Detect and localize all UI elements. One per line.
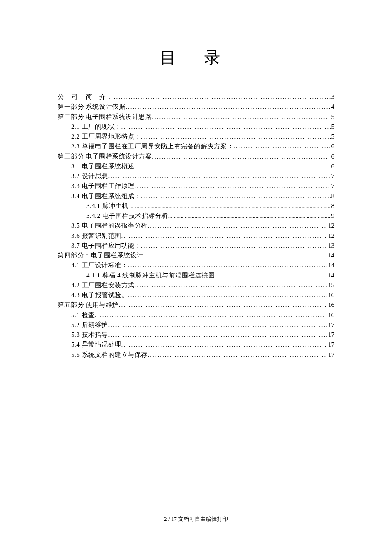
toc-entry: 3.6 报警识别范围12	[58, 231, 334, 241]
toc-leader-dots	[108, 330, 328, 340]
toc-entry-label: 3.4.2 电子围栏技术指标分析	[86, 211, 168, 221]
toc-entry-page: 15	[327, 280, 334, 290]
toc-entry-page: 14	[327, 271, 334, 280]
toc-entry: 第四部分：电子围栏系统设计14	[58, 251, 334, 260]
toc-leader-dots	[141, 191, 331, 201]
toc-leader-dots	[152, 112, 330, 122]
toc-entry-label: 5.4 异常情况处理	[71, 340, 121, 350]
toc-entry: 5.3 技术指导17	[58, 330, 334, 340]
toc-leader-dots	[109, 92, 330, 102]
toc-leader-dots	[135, 181, 331, 191]
toc-entry-page: 17	[327, 340, 334, 350]
toc-leader-dots	[148, 350, 328, 360]
toc-entry: 4.1.1 尊福 4 线制脉冲主机与前端围栏连接图14	[58, 271, 334, 280]
toc-entry-page: 4	[331, 102, 335, 112]
toc-leader-dots	[121, 122, 331, 132]
toc-entry-label: 公 司 简 介	[58, 92, 109, 102]
toc-leader-dots	[95, 310, 328, 320]
toc-entry-page: 14	[327, 260, 334, 270]
toc-entry-page: 13	[327, 241, 334, 251]
toc-leader-dots	[121, 340, 328, 350]
toc-leader-dots	[135, 201, 330, 211]
toc-leader-dots	[108, 320, 328, 330]
toc-entry: 3.5 电子围栏的误报率分析12	[58, 221, 334, 231]
toc-leader-dots	[141, 241, 327, 251]
toc-entry-page: 8	[331, 191, 335, 201]
toc-entry-label: 第四部分：电子围栏系统设计	[58, 251, 144, 260]
toc-entry-label: 4.1 工厂设计标准：	[71, 260, 128, 270]
toc-entry: 第三部分 电子围栏系统设计方案6	[58, 152, 334, 162]
toc-leader-dots	[128, 290, 327, 300]
toc-leader-dots	[141, 132, 331, 142]
toc-entry-page: 16	[327, 310, 334, 320]
toc-leader-dots	[108, 171, 331, 181]
toc-entry-label: 4.1.1 尊福 4 线制脉冲主机与前端围栏连接图	[86, 271, 215, 280]
toc-leader-dots	[215, 271, 327, 280]
toc-entry-label: 第二部分 电子围栏系统设计思路	[58, 112, 152, 122]
toc-entry: 公 司 简 介3	[58, 92, 334, 102]
toc-entry-page: 7	[331, 181, 335, 191]
toc-entry: 3.1 电子围栏系统概述6	[58, 162, 334, 171]
toc-entry: 3.4.2 电子围栏技术指标分析9	[58, 211, 334, 221]
toc-entry-label: 3.2 设计思想	[71, 171, 108, 181]
toc-entry-page: 6	[331, 162, 335, 171]
toc-entry-label: 2.1 工厂的现状：	[71, 122, 121, 132]
toc-entry: 第二部分 电子围栏系统设计思路5	[58, 112, 334, 122]
toc-entry: 5.2 后期维护17	[58, 320, 334, 330]
toc-entry-label: 5.5 系统文档的建立与保存	[71, 350, 148, 360]
toc-entry: 4.3 电子报警试验。16	[58, 290, 334, 300]
toc-leader-dots	[128, 260, 327, 270]
toc-entry-page: 6	[331, 152, 335, 162]
toc-entry: 2.2 工厂周界地形特点：5	[58, 132, 334, 142]
document-page: 目 录 公 司 简 介3第一部分 系统设计依据4第二部分 电子围栏系统设计思路5…	[0, 0, 392, 360]
toc-entry: 5.4 异常情况处理17	[58, 340, 334, 350]
toc-entry-page: 17	[327, 330, 334, 340]
toc-entry: 5.5 系统文档的建立与保存17	[58, 350, 334, 360]
toc-entry: 2.3 尊福电子围栏在工厂周界安防上有完备的解决方案：6	[58, 142, 334, 151]
toc-entry-label: 2.3 尊福电子围栏在工厂周界安防上有完备的解决方案：	[71, 142, 233, 151]
toc-entry: 4.1 工厂设计标准：14	[58, 260, 334, 270]
toc-entry-page: 17	[327, 320, 334, 330]
toc-entry-page: 8	[331, 201, 335, 211]
toc-entry-page: 16	[327, 300, 334, 310]
toc-entry-label: 3.3 电子围栏工作原理	[71, 181, 135, 191]
toc-entry-page: 5	[331, 132, 335, 142]
toc-leader-dots	[125, 102, 330, 112]
page-footer: 2 / 17 文档可自由编辑打印	[0, 515, 392, 523]
toc-entry: 4.2 工厂围栏安装方式15	[58, 280, 334, 290]
toc-entry: 3.4 电子围栏系统组成：8	[58, 191, 334, 201]
toc-entry-label: 3.1 电子围栏系统概述	[71, 162, 135, 171]
toc-entry: 第五部分 使用与维护16	[58, 300, 334, 310]
toc-leader-dots	[168, 211, 331, 221]
toc-leader-dots	[121, 231, 328, 241]
toc-entry-label: 第三部分 电子围栏系统设计方案	[58, 152, 152, 162]
toc-leader-dots	[119, 300, 327, 310]
toc-entry: 第一部分 系统设计依据4	[58, 102, 334, 112]
toc-leader-dots	[233, 142, 331, 151]
toc-entry-label: 3.6 报警识别范围	[71, 231, 121, 241]
toc-entry-label: 第一部分 系统设计依据	[58, 102, 125, 112]
toc-entry-label: 3.5 电子围栏的误报率分析	[71, 221, 148, 231]
toc-entry-page: 16	[327, 290, 334, 300]
toc-entry-page: 14	[327, 251, 334, 260]
toc-entry-page: 6	[331, 142, 335, 151]
toc-entry: 3.4.1 脉冲主机：8	[58, 201, 334, 211]
toc-leader-dots	[135, 162, 331, 171]
toc-entry-label: 第五部分 使用与维护	[58, 300, 119, 310]
toc-entry: 3.2 设计思想7	[58, 171, 334, 181]
toc-entry-page: 5	[331, 112, 335, 122]
toc-leader-dots	[135, 280, 328, 290]
page-title: 目 录	[58, 47, 334, 69]
toc-entry-page: 7	[331, 171, 335, 181]
toc-entry-label: 5.2 后期维护	[71, 320, 108, 330]
toc-entry: 5.1 检查16	[58, 310, 334, 320]
toc-entry-label: 3.4 电子围栏系统组成：	[71, 191, 141, 201]
toc-entry-label: 3.4.1 脉冲主机：	[86, 201, 135, 211]
toc-entry-label: 2.2 工厂周界地形特点：	[71, 132, 141, 142]
toc-entry: 3.3 电子围栏工作原理7	[58, 181, 334, 191]
toc-entry-label: 5.1 检查	[71, 310, 95, 320]
toc-entry-label: 3.7 电子围栏应用功能：	[71, 241, 141, 251]
toc-entry-label: 4.2 工厂围栏安装方式	[71, 280, 135, 290]
toc-entry-page: 3	[331, 92, 335, 102]
toc-entry-label: 4.3 电子报警试验。	[71, 290, 128, 300]
